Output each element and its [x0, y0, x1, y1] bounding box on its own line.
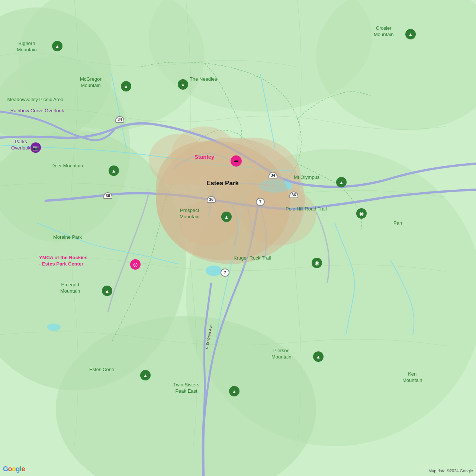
parks-overlook-icon[interactable]: [30, 142, 41, 153]
crosier-mountain-icon[interactable]: [405, 29, 416, 39]
co7-shield[interactable]: 7: [256, 198, 265, 206]
estes-cone-icon[interactable]: [140, 370, 151, 380]
the-needles-icon[interactable]: [178, 79, 188, 90]
us36-east-shield[interactable]: 36: [289, 192, 298, 198]
pole-hill-trail-icon[interactable]: [356, 208, 367, 219]
mt-olympus-icon[interactable]: [336, 177, 347, 187]
map-container: BighornMountain CrosierMountain The Need…: [0, 0, 476, 476]
ymca-icon[interactable]: [130, 259, 141, 270]
deer-mountain-icon[interactable]: [109, 165, 119, 176]
twin-sisters-icon[interactable]: [229, 386, 239, 396]
pierson-mountain-icon[interactable]: [313, 351, 324, 362]
bighorn-mountain-icon[interactable]: [52, 41, 62, 51]
kruger-rock-trail-icon[interactable]: [312, 258, 322, 268]
google-g-blue: G: [3, 465, 8, 473]
us36-west-shield[interactable]: 36: [103, 192, 112, 199]
us34-west-shield[interactable]: 34: [115, 116, 124, 123]
us34-east-shield[interactable]: 34: [268, 172, 277, 178]
prospect-mountain-icon[interactable]: [221, 212, 232, 222]
google-g-red: o: [8, 465, 12, 473]
us36-center-shield[interactable]: 36: [207, 196, 216, 203]
map-attribution: Map data ©2024 Google: [428, 469, 473, 473]
google-g-yellow: o: [12, 465, 16, 473]
google-g-blue2: g: [16, 465, 20, 473]
stanley-hotel-icon[interactable]: [231, 155, 242, 167]
google-logo: Google: [3, 465, 25, 473]
emerald-mountain-icon[interactable]: [102, 286, 112, 296]
svg-point-16: [206, 266, 222, 276]
mcgregor-mountain-icon[interactable]: [121, 81, 131, 91]
co7-south-shield[interactable]: 7: [221, 268, 229, 277]
svg-point-17: [47, 324, 61, 331]
google-g-red2: e: [22, 465, 25, 473]
